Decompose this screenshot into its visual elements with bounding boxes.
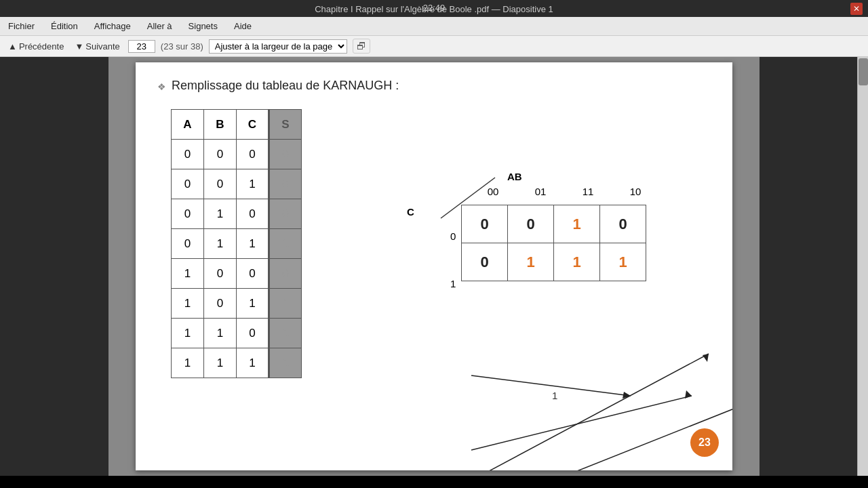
scrollbar-thumb[interactable] [859,58,868,85]
next-button[interactable]: ▼ Suivante [72,40,122,53]
table-row: 0 [269,169,302,199]
table-row: 1 [237,289,269,319]
menu-aller-a[interactable]: Aller à [144,20,175,33]
page-badge: 23 [690,428,719,457]
svg-marker-2 [623,392,631,399]
table-row: 0 [237,259,269,289]
col-header-b: B [204,110,237,140]
table-row: 1 [204,319,237,348]
svg-line-3 [471,396,692,450]
table-row: 1 [269,319,302,348]
kmap-col-10: 10 [612,186,659,197]
ab-label: AB [507,171,522,182]
table-row: 0 [204,140,237,169]
table-row: 0 [462,205,508,243]
kmap-row-1-label: 1 [450,278,456,289]
table-row: 0 [269,140,302,169]
table-row: 1 [237,169,269,199]
next-icon: ▼ [75,41,83,52]
kmap-container: AB C 00 01 11 10 [393,171,719,388]
table-row: 1 [204,199,237,229]
table-row: 0 [269,259,302,289]
kmap-col-00: 00 [469,186,517,197]
table-row: 1 [600,243,646,281]
table-row: 0 [237,199,269,229]
karnaugh-section: AB C 00 01 11 10 [393,171,719,388]
toolbar: ▲ Précédente ▼ Suivante (23 sur 38) Ajus… [0,36,868,57]
titlebar: 22:49 Chapitre I Rappel sur l'Algèbre de… [0,0,868,17]
menu-edition[interactable]: Édition [48,20,81,33]
kmap-row-0-label: 0 [450,230,456,242]
table-row: 1 [172,348,204,378]
left-gutter [0,57,108,476]
table-row: 1 [237,229,269,259]
menu-signets[interactable]: Signets [186,20,220,33]
kmap-table: 00100111 [461,205,646,281]
table-row: 1 [269,229,302,259]
table-row: 0 [172,169,204,199]
table-row: 0 [237,140,269,169]
close-button[interactable]: ✕ [850,3,863,15]
table-row: 0 [600,205,646,243]
table-row: 1 [204,348,237,378]
table-row: 1 [554,205,600,243]
table-row: 1 [237,348,269,378]
table-row: 0 [508,205,554,243]
prev-icon: ▲ [8,41,17,52]
kmap-col-11: 11 [564,186,612,197]
page-input[interactable] [128,40,155,53]
table-row: 1 [269,348,302,378]
kmap-table-wrapper: 00100111 [461,205,646,281]
view-toggle-button[interactable]: 🗗 [353,39,370,54]
table-row: 0 [204,259,237,289]
truth-table: A B C S 00000010010001111000101111011111 [171,109,302,378]
col-header-s: S [269,110,302,140]
col-header-a: A [172,110,204,140]
table-row: 1 [172,259,204,289]
col-header-c: C [237,110,269,140]
main-container: ❖ Remplissage du tableau de KARNAUGH : A… [0,57,868,476]
svg-marker-4 [685,390,692,399]
prev-label: Précédente [19,41,64,52]
table-row: 0 [172,229,204,259]
clock: 22:49 [423,3,446,13]
page-view: ❖ Remplissage du tableau de KARNAUGH : A… [108,57,760,476]
svg-text:1: 1 [552,390,557,401]
kmap-col-headers: 00 01 11 10 [469,186,659,197]
page-content: ❖ Remplissage du tableau de KARNAUGH : A… [136,62,732,470]
table-row: 1 [172,319,204,348]
table-row: 0 [269,199,302,229]
table-row: 1 [269,289,302,319]
menu-fichier[interactable]: Fichier [5,20,37,33]
table-row: 0 [204,289,237,319]
menu-aide[interactable]: Aide [231,20,254,33]
right-gutter [760,57,868,476]
table-row: 1 [554,243,600,281]
table-row: 1 [508,243,554,281]
table-row: 0 [172,140,204,169]
next-label: Suivante [85,41,120,52]
prev-button[interactable]: ▲ Précédente [5,40,66,53]
table-row: 0 [172,199,204,229]
table-row: 0 [462,243,508,281]
bullet-diamond: ❖ [157,81,166,92]
table-row: 1 [204,229,237,259]
page-count: (23 sur 38) [161,41,203,52]
table-row: 0 [204,169,237,199]
table-row: 1 [172,289,204,319]
c-label: C [407,206,414,218]
table-row: 0 [237,319,269,348]
slide-heading: ❖ Remplissage du tableau de KARNAUGH : [157,79,711,93]
zoom-selector[interactable]: Ajuster à la largeur de la page [209,39,347,54]
kmap-col-01: 01 [517,186,564,197]
menubar: Fichier Édition Affichage Aller à Signet… [0,17,868,36]
scrollbar-right[interactable] [857,57,868,476]
heading-text: Remplissage du tableau de KARNAUGH : [172,79,399,93]
menu-affichage[interactable]: Affichage [92,20,134,33]
